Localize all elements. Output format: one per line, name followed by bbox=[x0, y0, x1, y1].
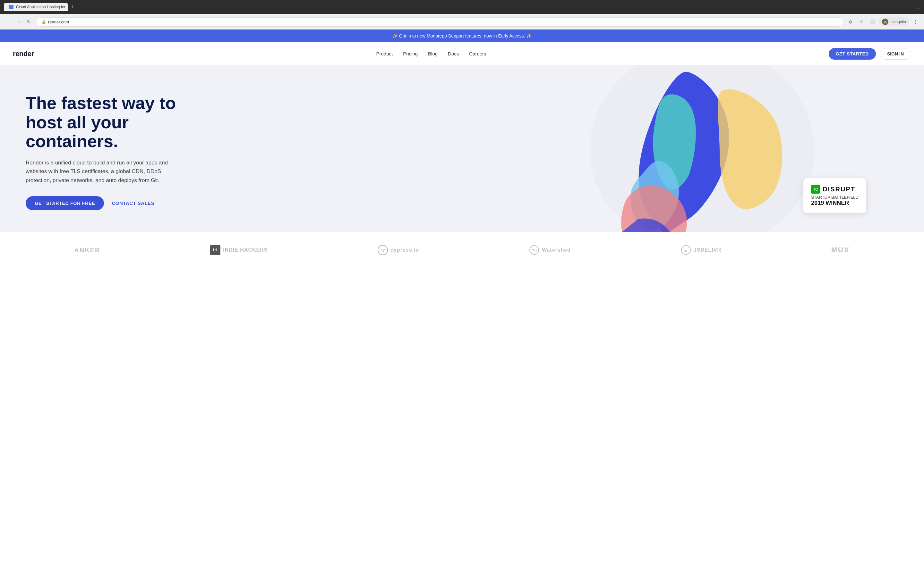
tab-title: Cloud Application Hosting for bbox=[16, 5, 65, 9]
logo-anker: ANKER bbox=[74, 247, 100, 254]
jsdelivr-label: JSDELIVR bbox=[694, 247, 721, 253]
nav-careers[interactable]: Careers bbox=[469, 51, 486, 56]
lock-icon: 🔒 bbox=[41, 19, 46, 24]
disrupt-subtitle: STARTUP BATTLEFIELD bbox=[811, 195, 859, 200]
nav-pricing[interactable]: Pricing bbox=[403, 51, 418, 56]
cypress-icon: cy bbox=[378, 245, 388, 255]
banner-text-before: ✨ Opt in to new bbox=[393, 33, 427, 39]
nav-docs[interactable]: Docs bbox=[448, 51, 459, 56]
svg-text:js: js bbox=[683, 248, 687, 252]
new-tab-button[interactable]: + bbox=[69, 4, 75, 11]
hero-actions: GET STARTED FOR FREE CONTACT SALES bbox=[26, 196, 212, 210]
hero-section: The fastest way to host all your contain… bbox=[0, 65, 924, 232]
logo-mux: MUX bbox=[831, 246, 850, 254]
expand-icon: ⌄ bbox=[916, 5, 920, 10]
camera-icon[interactable]: ⊘ bbox=[846, 17, 855, 26]
nav-product[interactable]: Product bbox=[376, 51, 393, 56]
logo-watershed: Watershed bbox=[529, 245, 571, 255]
disrupt-winner: 2019 WINNER bbox=[811, 200, 859, 206]
disrupt-name: DISRUPT bbox=[822, 185, 855, 193]
nav-links: Product Pricing Blog Docs Careers bbox=[376, 51, 486, 56]
watershed-label: Watershed bbox=[542, 247, 571, 253]
cypress-label: cypress.io bbox=[391, 247, 419, 253]
browser-chrome: Cloud Application Hosting for ✕ + ⌄ bbox=[0, 0, 924, 14]
menu-button[interactable]: ⋮ bbox=[911, 17, 920, 26]
site-logo[interactable]: render bbox=[13, 50, 34, 58]
anker-label: ANKER bbox=[74, 247, 100, 254]
indie-hackers-icon: IH bbox=[210, 245, 220, 255]
logo-indie-hackers: IH INDIE HACKERS bbox=[210, 245, 268, 255]
jsdelivr-icon: js bbox=[681, 245, 691, 255]
bookmark-icon[interactable]: ☆ bbox=[857, 17, 866, 26]
disrupt-badge: TC DISRUPT STARTUP BATTLEFIELD 2019 WINN… bbox=[803, 178, 866, 213]
hero-get-started-button[interactable]: GET STARTED FOR FREE bbox=[26, 196, 104, 210]
nav-get-started-button[interactable]: GET STARTED bbox=[829, 48, 876, 60]
disrupt-icon: TC bbox=[811, 185, 820, 193]
indie-hackers-label: INDIE HACKERS bbox=[223, 247, 268, 253]
nav-buttons: ← → ↻ bbox=[4, 17, 33, 26]
tab-bar: Cloud Application Hosting for ✕ + bbox=[4, 3, 75, 11]
incognito-avatar: 🕵 bbox=[882, 19, 888, 25]
hero-contact-sales-button[interactable]: CONTACT SALES bbox=[111, 200, 154, 206]
site-banner: ✨ Opt in to new Monorepo Support feature… bbox=[0, 29, 924, 42]
disrupt-logo: TC DISRUPT bbox=[811, 185, 859, 193]
nav-blog[interactable]: Blog bbox=[428, 51, 438, 56]
tab-grid-icon[interactable]: ⬜ bbox=[868, 17, 877, 26]
active-tab[interactable]: Cloud Application Hosting for ✕ bbox=[4, 3, 68, 11]
address-bar[interactable]: 🔒 render.com bbox=[36, 17, 843, 27]
logo-jsdelivr: js JSDELIVR bbox=[681, 245, 721, 255]
nav-actions: GET STARTED SIGN IN bbox=[829, 48, 911, 60]
hero-content: The fastest way to host all your contain… bbox=[26, 93, 212, 210]
browser-right-icons: ⊘ ☆ ⬜ 🕵 Incognito ⋮ bbox=[846, 17, 920, 26]
banner-text-after: features, now in Early Access. ✨ bbox=[464, 33, 532, 39]
incognito-label: Incognito bbox=[890, 19, 906, 24]
site-nav: render Product Pricing Blog Docs Careers… bbox=[0, 42, 924, 65]
url-text: render.com bbox=[48, 19, 69, 24]
mux-label: MUX bbox=[831, 246, 850, 254]
logos-section: ANKER IH INDIE HACKERS cy cypress.io Wat… bbox=[0, 232, 924, 268]
back-button[interactable]: ← bbox=[4, 17, 13, 26]
svg-text:TC: TC bbox=[813, 187, 818, 192]
reload-button[interactable]: ↻ bbox=[24, 17, 33, 26]
logo-cypress: cy cypress.io bbox=[378, 245, 419, 255]
watershed-icon bbox=[529, 245, 540, 255]
incognito-badge: 🕵 Incognito bbox=[879, 17, 909, 26]
hero-subtitle: Render is a unified cloud to build and r… bbox=[26, 158, 180, 185]
banner-link[interactable]: Monorepo Support bbox=[427, 33, 464, 39]
forward-button[interactable]: → bbox=[14, 17, 23, 26]
tab-favicon bbox=[9, 5, 13, 9]
browser-nav-bar: ← → ↻ 🔒 render.com ⊘ ☆ ⬜ 🕵 Incognito ⋮ bbox=[0, 14, 924, 29]
hero-title: The fastest way to host all your contain… bbox=[26, 93, 212, 151]
nav-sign-in-button[interactable]: SIGN IN bbox=[880, 48, 911, 60]
